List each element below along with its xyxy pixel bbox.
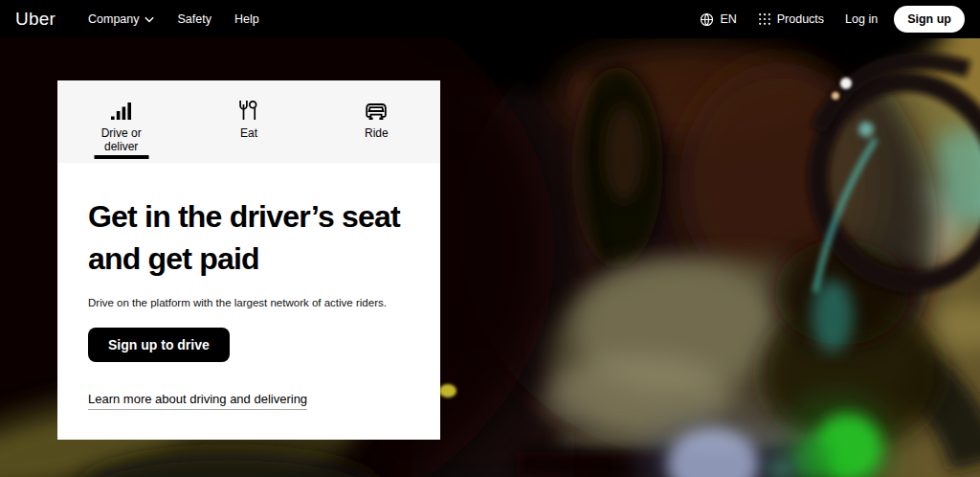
login-label: Log in [845,12,878,26]
chevron-down-icon [145,16,154,23]
nav-item-safety[interactable]: Safety [166,0,222,38]
login-button[interactable]: Log in [835,0,888,38]
tab-eat-label: Eat [240,127,257,141]
learn-more-row: Learn more about driving and delivering [88,390,410,407]
products-menu[interactable]: Products [747,0,835,38]
learn-more-link[interactable]: Learn more about driving and delivering [88,392,307,410]
nav-item-company-label: Company [88,12,140,26]
language-selector[interactable]: EN [689,0,746,38]
car-front-icon [365,99,388,120]
hero-heading: Get in the driver’s seat and get paid [88,195,410,280]
nav-item-safety-label: Safety [177,12,211,26]
tab-drive-or-deliver[interactable]: Drive or deliver [57,80,185,163]
globe-icon [700,12,714,27]
fork-spoon-icon [237,99,260,120]
service-tabs: Drive or deliver Eat [57,80,440,163]
nav-item-help-label: Help [234,12,259,26]
language-label: EN [720,12,736,26]
uber-homepage: Uber Company Safety Help EN [0,0,980,477]
hero-card: Drive or deliver Eat [57,80,440,440]
products-label: Products [777,12,824,26]
tab-eat[interactable]: Eat [185,80,312,163]
signup-button[interactable]: Sign up [894,6,965,33]
hero-description: Drive on the platform with the largest n… [88,297,410,308]
signal-bars-icon [110,99,133,120]
hero-card-body: Get in the driver’s seat and get paid Dr… [57,163,440,407]
tab-ride-label: Ride [365,127,389,141]
apps-grid-icon [758,12,771,26]
tab-ride[interactable]: Ride [313,80,440,163]
navbar-right: EN Products Log in Sign up [689,0,965,38]
top-navbar: Uber Company Safety Help EN [0,0,980,38]
nav-item-help[interactable]: Help [223,0,271,38]
navbar-left: Uber Company Safety Help [15,0,271,38]
nav-item-company[interactable]: Company [77,0,167,38]
tab-drive-or-deliver-label: Drive or deliver [85,127,158,154]
signup-to-drive-button[interactable]: Sign up to drive [88,328,230,362]
uber-logo[interactable]: Uber [15,9,56,30]
